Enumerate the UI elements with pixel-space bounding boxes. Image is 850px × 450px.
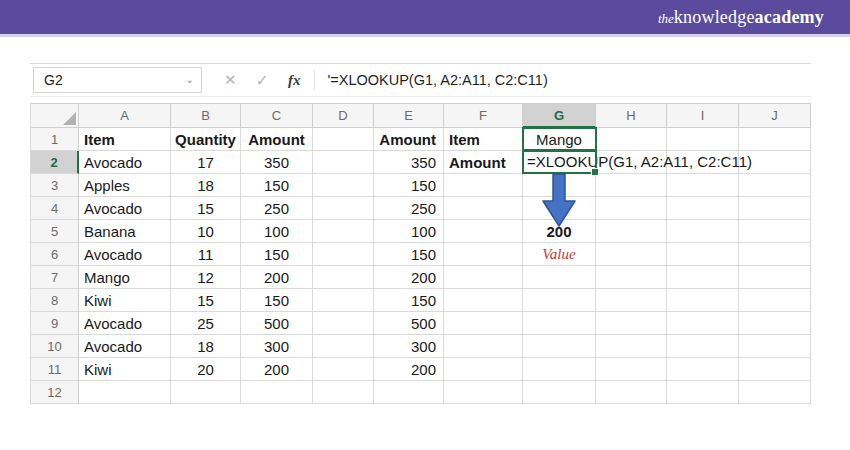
cell-C9[interactable]: 500	[241, 312, 313, 335]
cell-D11[interactable]	[313, 358, 374, 381]
cell-J12[interactable]	[739, 381, 811, 404]
enter-icon[interactable]: ✓	[256, 71, 269, 90]
cell-I8[interactable]	[667, 289, 739, 312]
row-header-8[interactable]: 8	[31, 289, 79, 312]
cell-G7[interactable]	[523, 266, 596, 289]
cell-B3[interactable]: 18	[171, 174, 241, 197]
cell-H6[interactable]	[596, 243, 667, 266]
name-box[interactable]: G2 ⌄	[33, 67, 202, 93]
cell-A4[interactable]: Avocado	[79, 197, 171, 220]
cell-F7[interactable]	[444, 266, 523, 289]
cell-F12[interactable]	[444, 381, 523, 404]
column-header-G[interactable]: G	[523, 104, 596, 128]
cell-D3[interactable]	[313, 174, 374, 197]
cell-C1[interactable]: Amount	[241, 128, 313, 151]
cell-F10[interactable]	[444, 335, 523, 358]
column-header-B[interactable]: B	[171, 104, 241, 128]
row-header-2[interactable]: 2	[31, 151, 79, 174]
cell-B2[interactable]: 17	[171, 151, 241, 174]
cell-I12[interactable]	[667, 381, 739, 404]
cell-I6[interactable]	[667, 243, 739, 266]
cell-I7[interactable]	[667, 266, 739, 289]
row-header-4[interactable]: 4	[31, 197, 79, 220]
cell-F11[interactable]	[444, 358, 523, 381]
cell-H7[interactable]	[596, 266, 667, 289]
cell-A6[interactable]: Avocado	[79, 243, 171, 266]
cell-G11[interactable]	[523, 358, 596, 381]
cell-B9[interactable]: 25	[171, 312, 241, 335]
cell-F9[interactable]	[444, 312, 523, 335]
cell-I9[interactable]	[667, 312, 739, 335]
cell-C5[interactable]: 100	[241, 220, 313, 243]
cell-A11[interactable]: Kiwi	[79, 358, 171, 381]
row-header-10[interactable]: 10	[31, 335, 79, 358]
cell-E7[interactable]: 200	[374, 266, 444, 289]
cell-A3[interactable]: Apples	[79, 174, 171, 197]
cell-E4[interactable]: 250	[374, 197, 444, 220]
cell-H5[interactable]	[596, 220, 667, 243]
cell-I3[interactable]	[667, 174, 739, 197]
cell-J8[interactable]	[739, 289, 811, 312]
cell-G12[interactable]	[523, 381, 596, 404]
cell-A10[interactable]: Avocado	[79, 335, 171, 358]
cell-E2[interactable]: 350	[374, 151, 444, 174]
column-header-E[interactable]: E	[374, 104, 444, 128]
cell-D1[interactable]	[313, 128, 374, 151]
cell-D12[interactable]	[313, 381, 374, 404]
cell-C3[interactable]: 150	[241, 174, 313, 197]
cell-F5[interactable]	[444, 220, 523, 243]
cell-D9[interactable]	[313, 312, 374, 335]
cell-J3[interactable]	[739, 174, 811, 197]
cell-F2[interactable]: Amount	[444, 151, 523, 174]
row-header-11[interactable]: 11	[31, 358, 79, 381]
cell-C12[interactable]	[241, 381, 313, 404]
cell-E12[interactable]	[374, 381, 444, 404]
chevron-down-icon[interactable]: ⌄	[186, 75, 194, 85]
cell-J4[interactable]	[739, 197, 811, 220]
cell-J11[interactable]	[739, 358, 811, 381]
cell-C11[interactable]: 200	[241, 358, 313, 381]
cell-E8[interactable]: 150	[374, 289, 444, 312]
cell-A8[interactable]: Kiwi	[79, 289, 171, 312]
row-header-7[interactable]: 7	[31, 266, 79, 289]
cell-F6[interactable]	[444, 243, 523, 266]
cell-D10[interactable]	[313, 335, 374, 358]
cell-A2[interactable]: Avocado	[79, 151, 171, 174]
cell-A1[interactable]: Item	[79, 128, 171, 151]
cell-H10[interactable]	[596, 335, 667, 358]
cell-F1[interactable]: Item	[444, 128, 523, 151]
cell-G10[interactable]	[523, 335, 596, 358]
cell-J1[interactable]	[739, 128, 811, 151]
cell-A5[interactable]: Banana	[79, 220, 171, 243]
row-header-1[interactable]: 1	[31, 128, 79, 151]
cell-B5[interactable]: 10	[171, 220, 241, 243]
cell-A9[interactable]: Avocado	[79, 312, 171, 335]
cell-E1[interactable]: Amount	[374, 128, 444, 151]
cell-E3[interactable]: 150	[374, 174, 444, 197]
select-all-corner[interactable]	[31, 104, 79, 128]
cell-C10[interactable]: 300	[241, 335, 313, 358]
cancel-icon[interactable]: ✕	[224, 71, 237, 89]
cell-I11[interactable]	[667, 358, 739, 381]
cell-D2[interactable]	[313, 151, 374, 174]
column-header-C[interactable]: C	[241, 104, 313, 128]
cell-J6[interactable]	[739, 243, 811, 266]
row-header-3[interactable]: 3	[31, 174, 79, 197]
cell-B6[interactable]: 11	[171, 243, 241, 266]
cell-G8[interactable]	[523, 289, 596, 312]
cell-B11[interactable]: 20	[171, 358, 241, 381]
cell-J7[interactable]	[739, 266, 811, 289]
formula-overflow-text[interactable]: =XLOOKUP(G1, A2:A11, C2:C11)	[527, 151, 752, 172]
cell-F3[interactable]	[444, 174, 523, 197]
cell-D5[interactable]	[313, 220, 374, 243]
cell-I1[interactable]	[667, 128, 739, 151]
cell-H12[interactable]	[596, 381, 667, 404]
cell-B10[interactable]: 18	[171, 335, 241, 358]
cell-E6[interactable]: 150	[374, 243, 444, 266]
column-header-A[interactable]: A	[79, 104, 171, 128]
cell-C8[interactable]: 150	[241, 289, 313, 312]
cell-A12[interactable]	[79, 381, 171, 404]
cell-B8[interactable]: 15	[171, 289, 241, 312]
column-header-H[interactable]: H	[596, 104, 667, 128]
cell-A7[interactable]: Mango	[79, 266, 171, 289]
